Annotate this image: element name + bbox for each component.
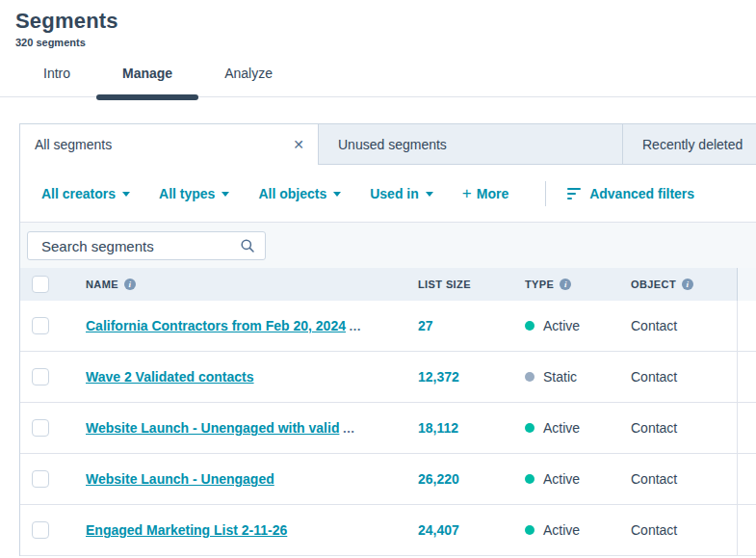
search-icon bbox=[240, 238, 255, 253]
list-size-link[interactable]: 26,220 bbox=[418, 471, 459, 487]
segment-count: 320 segments bbox=[15, 37, 741, 48]
type-label: Active bbox=[543, 471, 580, 487]
segment-name-link[interactable]: California Contractors from Feb 20, 2024 bbox=[86, 318, 346, 333]
column-header-name[interactable]: NAME i bbox=[86, 279, 418, 290]
search-row bbox=[20, 222, 756, 268]
type-label: Active bbox=[543, 522, 580, 538]
segment-name-link[interactable]: Website Launch - Unengaged bbox=[86, 471, 274, 487]
info-icon[interactable]: i bbox=[682, 279, 693, 290]
truncation-ellipsis: … bbox=[342, 421, 354, 436]
segment-tab-unused-segments[interactable]: Unused segments bbox=[319, 124, 622, 165]
tab-intro[interactable]: Intro bbox=[17, 53, 96, 96]
more-filters-button[interactable]: + More bbox=[462, 185, 508, 201]
row-checkbox[interactable] bbox=[32, 317, 49, 334]
column-header-list-size[interactable]: LIST SIZE bbox=[418, 279, 525, 290]
segment-name-link[interactable]: Engaged Marketing List 2-11-26 bbox=[86, 522, 287, 538]
status-dot bbox=[525, 372, 534, 382]
chevron-down-icon bbox=[333, 192, 341, 197]
row-edge bbox=[737, 505, 756, 555]
column-header-type[interactable]: TYPE i bbox=[525, 279, 631, 290]
segment-tab-label: Recently deleted bbox=[642, 137, 743, 152]
status-dot bbox=[525, 321, 534, 331]
row-checkbox[interactable] bbox=[32, 521, 49, 539]
segment-name-link[interactable]: Wave 2 Validated contacts bbox=[86, 369, 254, 385]
type-label: Static bbox=[543, 369, 577, 385]
tab-manage[interactable]: Manage bbox=[96, 53, 198, 96]
list-size-link[interactable]: 18,112 bbox=[418, 420, 458, 436]
column-header-object[interactable]: OBJECT i bbox=[631, 279, 737, 290]
segment-tab-label: All segments bbox=[35, 137, 112, 152]
object-label: Contact bbox=[631, 420, 677, 436]
select-all-checkbox[interactable] bbox=[32, 276, 49, 293]
segment-view-tabs: All segments ✕ Unused segments Recently … bbox=[20, 123, 756, 165]
list-size-link[interactable]: 12,372 bbox=[418, 369, 459, 385]
row-checkbox[interactable] bbox=[32, 368, 49, 385]
row-checkbox[interactable] bbox=[32, 419, 49, 437]
page-title: Segments bbox=[15, 9, 741, 34]
filter-all-objects[interactable]: All objects bbox=[258, 186, 341, 201]
row-edge bbox=[737, 403, 756, 453]
segments-card: All segments ✕ Unused segments Recently … bbox=[19, 123, 756, 556]
type-label: Active bbox=[543, 318, 580, 333]
list-size-link[interactable]: 27 bbox=[418, 318, 433, 333]
segment-tab-label: Unused segments bbox=[338, 137, 447, 152]
table-row: California Contractors from Feb 20, 2024… bbox=[20, 301, 756, 352]
filter-divider bbox=[545, 181, 546, 206]
chevron-down-icon bbox=[222, 192, 229, 197]
search-box bbox=[27, 231, 266, 260]
advanced-filters-button[interactable]: Advanced filters bbox=[567, 186, 694, 201]
search-input[interactable] bbox=[41, 238, 240, 254]
segment-tab-all-segments[interactable]: All segments ✕ bbox=[20, 124, 319, 165]
list-size-link[interactable]: 24,407 bbox=[418, 522, 459, 538]
filter-lines-icon bbox=[567, 188, 581, 199]
row-edge bbox=[737, 352, 756, 402]
filter-used-in[interactable]: Used in bbox=[370, 186, 433, 201]
table-row: Wave 2 Validated contacts 12,372 Static … bbox=[20, 352, 756, 403]
object-label: Contact bbox=[631, 369, 677, 385]
status-dot bbox=[525, 525, 534, 535]
row-edge bbox=[737, 454, 756, 504]
object-label: Contact bbox=[631, 318, 677, 333]
status-dot bbox=[525, 423, 534, 433]
table-row: Website Launch - Unengaged 26,220 Active… bbox=[20, 454, 756, 505]
table-header: NAME i LIST SIZE TYPE i OBJECT i bbox=[20, 268, 756, 301]
nav-tabs-bar: Intro Manage Analyze bbox=[0, 53, 756, 97]
status-dot bbox=[525, 474, 534, 484]
close-icon[interactable]: ✕ bbox=[293, 138, 304, 151]
table-row: Engaged Marketing List 2-11-26 24,407 Ac… bbox=[20, 505, 756, 556]
chevron-down-icon bbox=[122, 192, 130, 197]
tab-analyze[interactable]: Analyze bbox=[198, 53, 299, 96]
info-icon[interactable]: i bbox=[560, 279, 571, 290]
type-label: Active bbox=[543, 420, 580, 436]
row-checkbox[interactable] bbox=[32, 470, 49, 488]
filter-all-types[interactable]: All types bbox=[159, 186, 229, 201]
info-icon[interactable]: i bbox=[124, 279, 136, 290]
table-row: Website Launch - Unengaged with valid… 1… bbox=[20, 403, 756, 454]
object-label: Contact bbox=[631, 522, 677, 538]
filter-all-creators[interactable]: All creators bbox=[41, 186, 130, 201]
plus-icon: + bbox=[462, 185, 472, 201]
truncation-ellipsis: … bbox=[349, 319, 361, 333]
segment-tab-recently-deleted[interactable]: Recently deleted bbox=[622, 124, 756, 165]
segment-name-link[interactable]: Website Launch - Unengaged with valid bbox=[86, 420, 339, 436]
table-header-edge bbox=[737, 268, 756, 301]
filter-row: All creators All types All objects Used … bbox=[20, 165, 756, 222]
row-edge bbox=[737, 301, 756, 351]
page-header: Segments 320 segments bbox=[0, 0, 756, 48]
object-label: Contact bbox=[631, 471, 677, 487]
chevron-down-icon bbox=[426, 192, 433, 197]
